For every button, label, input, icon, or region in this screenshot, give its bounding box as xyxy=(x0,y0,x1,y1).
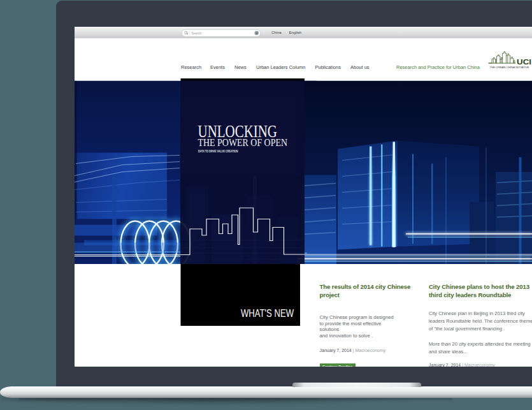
svg-text:THE POWER OF OPEN: THE POWER OF OPEN xyxy=(198,136,288,149)
svg-text:WHAT'S NEW: WHAT'S NEW xyxy=(241,307,294,319)
svg-text:UCI: UCI xyxy=(517,58,531,66)
svg-text:DATA TO DRIVE VALUE CREATION: DATA TO DRIVE VALUE CREATION xyxy=(198,150,238,153)
svg-text:THE URBAN CHINA INITIATIVE: THE URBAN CHINA INITIATIVE xyxy=(490,66,529,69)
